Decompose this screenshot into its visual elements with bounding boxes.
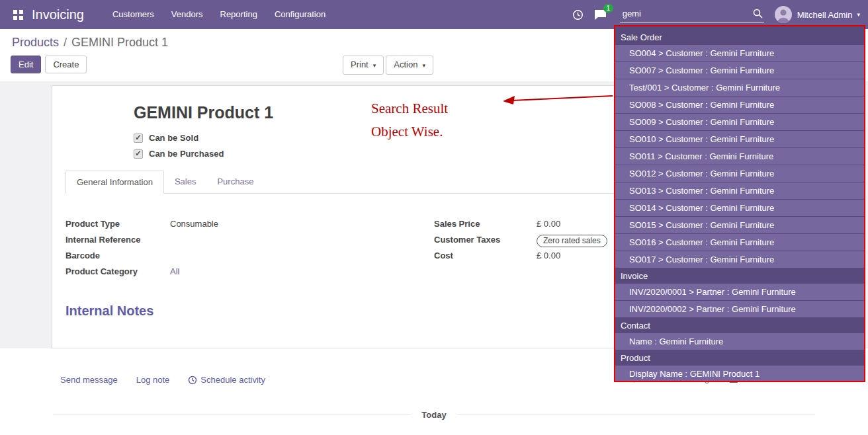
- activities-clock-icon[interactable]: [572, 9, 584, 20]
- field-value: £ 0.00: [537, 251, 560, 260]
- result-group-items: SO004 > Customer : Gemini FurnitureSO007…: [615, 45, 864, 268]
- action-button[interactable]: Action▾: [386, 56, 433, 75]
- chevron-down-icon: ▾: [857, 11, 860, 18]
- messages-icon[interactable]: 1: [594, 9, 607, 20]
- result-group-sale-order: Sale Order SO004 > Customer : Gemini Fur…: [615, 30, 864, 268]
- result-group-header: Sale Order: [615, 30, 864, 45]
- chevron-down-icon: ▾: [373, 62, 376, 69]
- annotation-line-1: Search Result: [371, 97, 448, 120]
- tab-sales[interactable]: Sales: [164, 171, 207, 194]
- breadcrumb-parent[interactable]: Products: [12, 36, 59, 49]
- can-be-purchased-checkbox[interactable]: [134, 149, 143, 159]
- search-input[interactable]: [620, 7, 752, 20]
- grid-icon: [13, 9, 24, 20]
- search-result-item[interactable]: SO010 > Customer : Gemini Furniture: [615, 131, 864, 147]
- field-barcode: Barcode: [65, 251, 434, 263]
- can-be-sold-checkbox[interactable]: [134, 134, 143, 143]
- navbar-menu-item[interactable]: Customers: [104, 0, 163, 29]
- clock-icon: [188, 376, 197, 385]
- breadcrumb-current: GEMINI Product 1: [71, 36, 168, 49]
- result-group-header: Product: [615, 350, 864, 366]
- result-group-header: Contact: [615, 318, 864, 333]
- avatar: [775, 6, 792, 23]
- schedule-activity-link[interactable]: Schedule activity: [188, 375, 265, 385]
- field-label: Product Category: [65, 266, 170, 276]
- search-result-item[interactable]: INV/2020/0002 > Partner : Gemini Furnitu…: [615, 301, 864, 317]
- field-label: Sales Price: [434, 219, 537, 229]
- field-product-category: Product Category All: [65, 266, 434, 279]
- can-be-sold-label: Can be Sold: [149, 133, 198, 143]
- date-separator: Today: [53, 410, 815, 420]
- customer-taxes-tag: Zero rated sales: [537, 235, 607, 247]
- apps-menu-icon[interactable]: [8, 0, 28, 29]
- log-note-link[interactable]: Log note: [136, 375, 170, 385]
- date-separator-label: Today: [411, 410, 456, 420]
- field-label: Barcode: [65, 251, 170, 260]
- user-menu[interactable]: Mitchell Admin ▾: [775, 6, 860, 23]
- navbar-menu-item[interactable]: Vendors: [163, 0, 212, 29]
- search-icon[interactable]: [752, 9, 764, 19]
- tab-general-information[interactable]: General Information: [65, 171, 164, 194]
- divider-line: [53, 415, 411, 415]
- center-buttons: Print▾ Action▾: [341, 56, 433, 75]
- messages-badge: 1: [603, 4, 613, 13]
- search-result-item[interactable]: Display Name : GEMINI Product 1: [615, 366, 864, 382]
- print-button-label: Print: [351, 59, 369, 69]
- search-result-item[interactable]: SO013 > Customer : Gemini Furniture: [615, 182, 864, 199]
- field-label: Product Type: [65, 219, 170, 229]
- schedule-activity-label: Schedule activity: [200, 375, 265, 385]
- search-result-item[interactable]: INV/2020/0001 > Partner : Gemini Furnitu…: [615, 284, 864, 300]
- result-group-items: Name : Gemini Furniture: [615, 333, 864, 350]
- search-result-item[interactable]: Test/001 > Customer : Gemini Furniture: [615, 79, 864, 96]
- tab-purchase[interactable]: Purchase: [206, 171, 264, 194]
- search-result-item[interactable]: SO014 > Customer : Gemini Furniture: [615, 200, 864, 216]
- navbar-menu-item[interactable]: Reporting: [212, 0, 266, 29]
- field-label: Cost: [434, 251, 537, 260]
- search-result-item[interactable]: SO004 > Customer : Gemini Furniture: [615, 45, 864, 61]
- result-group-items: INV/2020/0001 > Partner : Gemini Furnitu…: [615, 284, 864, 317]
- search-result-item[interactable]: SO009 > Customer : Gemini Furniture: [615, 114, 864, 130]
- navbar-menu: CustomersVendorsReportingConfiguration: [104, 0, 334, 29]
- search-results-dropdown: Sale Order SO004 > Customer : Gemini Fur…: [614, 25, 865, 382]
- page: { "colors": { "accent": "#6a5a92", "navb…: [0, 0, 868, 435]
- divider-line: [457, 415, 815, 415]
- result-group-contact: Contact Name : Gemini Furniture: [615, 318, 864, 350]
- annotation-arrow-icon: [500, 91, 614, 107]
- search-box: [620, 7, 764, 22]
- product-category-link[interactable]: All: [170, 266, 179, 276]
- field-value: Consumable: [170, 219, 218, 229]
- create-button[interactable]: Create: [45, 56, 87, 73]
- result-group-product: Product Display Name : GEMINI Product 1: [615, 350, 864, 382]
- result-group-items: Display Name : GEMINI Product 1: [615, 366, 864, 382]
- edit-button[interactable]: Edit: [11, 56, 41, 73]
- app-name[interactable]: Invoicing: [32, 7, 84, 22]
- can-be-purchased-label: Can be Purchased: [149, 149, 224, 159]
- search-result-item[interactable]: SO015 > Customer : Gemini Furniture: [615, 217, 864, 233]
- user-name: Mitchell Admin: [797, 10, 853, 20]
- navbar-menu-item[interactable]: Configuration: [266, 0, 334, 29]
- search-result-item[interactable]: SO011 > Customer : Gemini Furniture: [615, 148, 864, 165]
- field-product-type: Product Type Consumable: [65, 219, 434, 231]
- field-label: Internal Reference: [65, 235, 170, 245]
- annotation-line-2: Object Wise.: [371, 120, 448, 143]
- search-result-item[interactable]: SO016 > Customer : Gemini Furniture: [615, 234, 864, 251]
- result-group-invoice: Invoice INV/2020/0001 > Partner : Gemini…: [615, 268, 864, 317]
- field-label: Customer Taxes: [434, 235, 537, 245]
- field-value: £ 0.00: [537, 219, 560, 229]
- search-result-item[interactable]: SO008 > Customer : Gemini Furniture: [615, 97, 864, 113]
- action-button-label: Action: [394, 59, 417, 69]
- annotation-text: Search Result Object Wise.: [371, 97, 448, 143]
- breadcrumb-separator: /: [64, 36, 67, 49]
- search-result-item[interactable]: Name : Gemini Furniture: [615, 333, 864, 350]
- search-result-item[interactable]: SO007 > Customer : Gemini Furniture: [615, 62, 864, 79]
- send-message-link[interactable]: Send message: [60, 375, 118, 385]
- navbar-right: 1 Mitchell Admin ▾: [572, 6, 860, 23]
- field-internal-reference: Internal Reference: [65, 235, 434, 247]
- search-result-item[interactable]: SO012 > Customer : Gemini Furniture: [615, 165, 864, 182]
- search-result-item[interactable]: SO017 > Customer : Gemini Furniture: [615, 251, 864, 268]
- fields-left-column: Product Type Consumable Internal Referen…: [65, 219, 434, 282]
- chevron-down-icon: ▾: [422, 62, 425, 69]
- result-group-header: Invoice: [615, 268, 864, 284]
- print-button[interactable]: Print▾: [343, 56, 384, 75]
